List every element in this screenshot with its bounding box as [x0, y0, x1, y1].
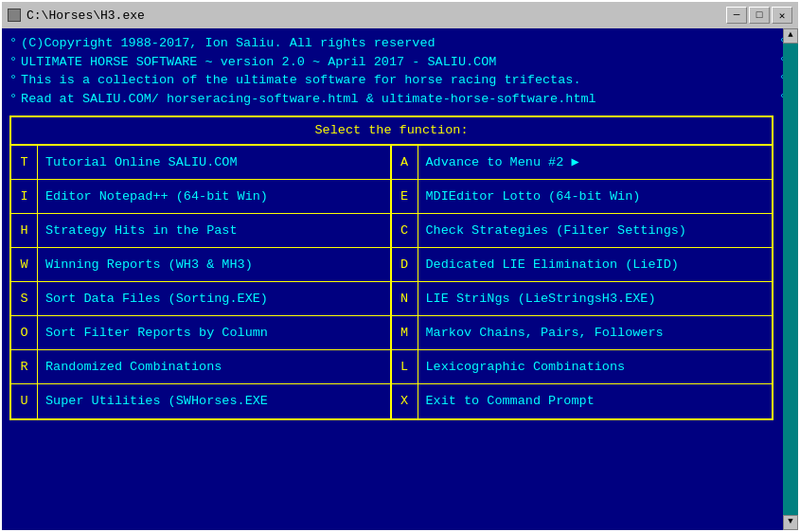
menu-key-i: I: [11, 180, 38, 213]
menu-label-u: Super Utilities (SWHorses.EXE: [38, 386, 276, 417]
menu-cell-right-6[interactable]: LLexicographic Combinations: [392, 350, 773, 384]
header-line-3: ° This is a collection of the ultimate s…: [9, 71, 791, 90]
scroll-down-button[interactable]: ▼: [783, 515, 798, 530]
menu-cell-right-2[interactable]: CCheck Strategies (Filter Settings): [392, 214, 773, 248]
menu-key-a: A: [392, 146, 418, 179]
header-text-1: (C)Copyright 1988-2017, Ion Saliu. All r…: [21, 34, 435, 53]
menu-key-h: H: [11, 214, 38, 247]
menu-key-r: R: [11, 350, 38, 383]
header-line-4: ° Read at SALIU.COM/ horseracing-softwar…: [9, 90, 791, 109]
header-text-2: ULTIMATE HORSE SOFTWARE ~ version 2.0 ~ …: [21, 53, 496, 72]
menu-label-w: Winning Reports (WH3 & MH3): [38, 250, 260, 280]
menu-grid: TTutorial Online SALIU.COMAAdvance to Me…: [11, 146, 772, 418]
header-text-4: Read at SALIU.COM/ horseracing-software.…: [21, 90, 596, 109]
menu-container: Select the function: TTutorial Online SA…: [9, 115, 773, 420]
menu-cell-left-2[interactable]: HStrategy Hits in the Past: [11, 214, 392, 248]
menu-label-o: Sort Filter Reports by Column: [38, 318, 276, 348]
menu-title: Select the function:: [11, 117, 772, 146]
menu-label-s: Sort Data Files (Sorting.EXE): [38, 284, 276, 314]
bullet-3: °: [9, 71, 17, 90]
menu-cell-left-3[interactable]: WWinning Reports (WH3 & MH3): [11, 248, 392, 282]
header-line-2: ° ULTIMATE HORSE SOFTWARE ~ version 2.0 …: [9, 53, 791, 72]
menu-label-i: Editor Notepad++ (64-bit Win): [38, 182, 276, 212]
menu-label-e: MDIEditor Lotto (64-bit Win): [418, 182, 649, 212]
menu-label-c: Check Strategies (Filter Settings): [418, 216, 694, 246]
menu-key-n: N: [392, 282, 418, 315]
menu-cell-right-1[interactable]: EMDIEditor Lotto (64-bit Win): [392, 180, 773, 214]
menu-key-u: U: [11, 384, 38, 418]
menu-key-l: L: [392, 350, 418, 383]
menu-label-x: Exit to Command Prompt: [418, 386, 602, 417]
restore-button[interactable]: □: [749, 7, 770, 24]
scroll-up-button[interactable]: ▲: [783, 28, 798, 44]
window-controls: ─ □ ✕: [726, 7, 792, 24]
menu-label-l: Lexicographic Combinations: [418, 352, 633, 382]
menu-label-n: LIE StriNgs (LieStringsH3.EXE): [418, 284, 664, 314]
header-section: ° (C)Copyright 1988-2017, Ion Saliu. All…: [9, 34, 791, 108]
menu-label-h: Strategy Hits in the Past: [38, 216, 245, 246]
menu-key-e: E: [392, 180, 418, 213]
bullet-1: °: [9, 34, 17, 53]
menu-key-x: X: [392, 384, 418, 418]
window-icon: [8, 9, 21, 22]
title-bar: C:\Horses\H3.exe ─ □ ✕: [2, 2, 798, 28]
menu-cell-right-4[interactable]: NLIE StriNgs (LieStringsH3.EXE): [392, 282, 773, 316]
menu-key-c: C: [392, 214, 418, 247]
menu-key-m: M: [392, 316, 418, 349]
menu-key-t: T: [11, 146, 38, 179]
menu-cell-right-3[interactable]: DDedicated LIE Elimination (LieID): [392, 248, 773, 282]
header-text-3: This is a collection of the ultimate sof…: [21, 71, 580, 90]
bullet-2: °: [9, 53, 17, 72]
menu-cell-left-0[interactable]: TTutorial Online SALIU.COM: [11, 146, 392, 180]
menu-label-m: Markov Chains, Pairs, Followers: [418, 318, 671, 348]
menu-cell-left-5[interactable]: OSort Filter Reports by Column: [11, 316, 392, 350]
terminal-area: ° (C)Copyright 1988-2017, Ion Saliu. All…: [2, 28, 798, 530]
menu-cell-right-7[interactable]: XExit to Command Prompt: [392, 384, 773, 418]
bullet-4: °: [9, 90, 17, 109]
menu-key-o: O: [11, 316, 38, 349]
menu-cell-left-4[interactable]: SSort Data Files (Sorting.EXE): [11, 282, 392, 316]
menu-label-r: Randomized Combinations: [38, 352, 229, 382]
menu-cell-left-7[interactable]: USuper Utilities (SWHorses.EXE: [11, 384, 392, 418]
menu-cell-left-6[interactable]: RRandomized Combinations: [11, 350, 392, 384]
close-button[interactable]: ✕: [772, 7, 792, 24]
header-line-1: ° (C)Copyright 1988-2017, Ion Saliu. All…: [9, 34, 791, 53]
menu-label-t: Tutorial Online SALIU.COM: [38, 148, 245, 178]
scrollbar[interactable]: ▲ ▼: [783, 28, 798, 530]
scroll-track: [783, 44, 798, 515]
window-title: C:\Horses\H3.exe: [27, 9, 720, 23]
menu-cell-right-5[interactable]: MMarkov Chains, Pairs, Followers: [392, 316, 773, 350]
menu-key-d: D: [392, 248, 418, 281]
menu-cell-left-1[interactable]: IEditor Notepad++ (64-bit Win): [11, 180, 392, 214]
menu-key-w: W: [11, 248, 38, 281]
main-window: C:\Horses\H3.exe ─ □ ✕ ° (C)Copyright 19…: [0, 0, 800, 532]
minimize-button[interactable]: ─: [726, 7, 747, 24]
menu-label-a: Advance to Menu #2 ▶: [418, 148, 587, 178]
menu-key-s: S: [11, 282, 38, 315]
menu-label-d: Dedicated LIE Elimination (LieID): [418, 250, 686, 280]
menu-cell-right-0[interactable]: AAdvance to Menu #2 ▶: [392, 146, 773, 180]
